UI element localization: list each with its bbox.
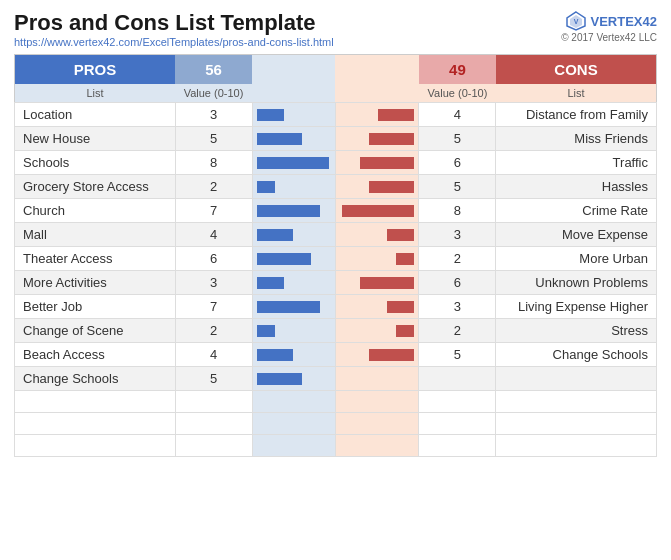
table-row: More Activities 3 6 Unknown Problems — [15, 271, 657, 295]
pros-bar-cell — [252, 343, 335, 367]
cons-item — [496, 367, 657, 391]
cons-value: 5 — [419, 127, 496, 151]
pros-bar — [257, 181, 275, 193]
pros-bar-cell — [252, 367, 335, 391]
pros-bar-cell — [252, 295, 335, 319]
cons-bar-cell — [335, 343, 418, 367]
pros-item: Mall — [15, 223, 176, 247]
table-row: Schools 8 6 Traffic — [15, 151, 657, 175]
pros-value: 3 — [175, 103, 252, 127]
pros-bar-container — [257, 180, 331, 194]
pros-item: Better Job — [15, 295, 176, 319]
pros-bar — [257, 301, 320, 313]
hdr-bar-cons — [335, 84, 418, 103]
header-right: V VERTEX42 © 2017 Vertex42 LLC — [561, 10, 657, 43]
cons-bar — [387, 301, 414, 313]
pros-bar-cell — [252, 223, 335, 247]
cons-bar-container — [340, 372, 414, 386]
cons-item: Hassles — [496, 175, 657, 199]
hdr-bar-pros — [252, 84, 335, 103]
cons-score: 49 — [419, 55, 496, 85]
cons-value: 3 — [419, 223, 496, 247]
pros-bar-container — [257, 156, 331, 170]
header-url: https://www.vertex42.com/ExcelTemplates/… — [14, 36, 334, 48]
cons-value: 2 — [419, 319, 496, 343]
pros-bar-cell — [252, 319, 335, 343]
cons-bar-cell — [335, 319, 418, 343]
cons-bar-container — [340, 300, 414, 314]
cons-value: 4 — [419, 103, 496, 127]
cons-bar-container — [340, 276, 414, 290]
pros-bar-container — [257, 276, 331, 290]
pros-bar-container — [257, 324, 331, 338]
table-row: Change of Scene 2 2 Stress — [15, 319, 657, 343]
pros-value: 4 — [175, 343, 252, 367]
cons-bar-cell — [335, 223, 418, 247]
cons-value: 2 — [419, 247, 496, 271]
table-row: Mall 4 3 Move Expense — [15, 223, 657, 247]
logo-icon: V — [565, 10, 587, 32]
data-rows: Location 3 4 Distance from Family New Ho… — [15, 103, 657, 457]
pros-bar-cell — [252, 127, 335, 151]
pros-value: 8 — [175, 151, 252, 175]
page-title: Pros and Cons List Template — [14, 10, 334, 36]
pros-item: More Activities — [15, 271, 176, 295]
logo: V VERTEX42 — [561, 10, 657, 32]
title-row: PROS 56 49 CONS — [15, 55, 657, 85]
table-row: Theater Access 6 2 More Urban — [15, 247, 657, 271]
cons-bar-cell — [335, 199, 418, 223]
pros-bar-header — [252, 55, 335, 85]
pros-value: 5 — [175, 127, 252, 151]
cons-value: 5 — [419, 175, 496, 199]
pros-bar — [257, 373, 302, 385]
cons-bar — [360, 157, 414, 169]
pros-value: 7 — [175, 295, 252, 319]
pros-bar-container — [257, 348, 331, 362]
pros-bar-container — [257, 228, 331, 242]
pros-bar-cell — [252, 175, 335, 199]
table-row: Better Job 7 3 Living Expense Higher — [15, 295, 657, 319]
table-row: New House 5 5 Miss Friends — [15, 127, 657, 151]
cons-bar-cell — [335, 271, 418, 295]
hdr-pros-val: Value (0-10) — [175, 84, 252, 103]
cons-bar-container — [340, 228, 414, 242]
cons-bar-header — [335, 55, 418, 85]
cons-item: Unknown Problems — [496, 271, 657, 295]
cons-value: 3 — [419, 295, 496, 319]
pros-item: Location — [15, 103, 176, 127]
table-row: Change Schools 5 — [15, 367, 657, 391]
pros-value: 6 — [175, 247, 252, 271]
pros-item: Beach Access — [15, 343, 176, 367]
pros-bar-container — [257, 300, 331, 314]
empty-row — [15, 391, 657, 413]
pros-item: Church — [15, 199, 176, 223]
pros-value: 2 — [175, 319, 252, 343]
cons-item: Traffic — [496, 151, 657, 175]
pros-bar — [257, 229, 293, 241]
cons-bar-cell — [335, 295, 418, 319]
cons-item: Distance from Family — [496, 103, 657, 127]
pros-value: 4 — [175, 223, 252, 247]
cons-item: More Urban — [496, 247, 657, 271]
pros-score: 56 — [175, 55, 252, 85]
pros-bar-cell — [252, 151, 335, 175]
pros-bar — [257, 109, 284, 121]
pros-bar-cell — [252, 271, 335, 295]
pros-cons-table: PROS 56 49 CONS List Value (0-10) Value … — [14, 54, 657, 457]
pros-bar — [257, 205, 320, 217]
cons-bar-container — [340, 348, 414, 362]
cons-bar — [369, 133, 414, 145]
pros-item: Theater Access — [15, 247, 176, 271]
cons-bar-cell — [335, 367, 418, 391]
cons-value: 5 — [419, 343, 496, 367]
cons-bar — [360, 277, 414, 289]
cons-bar-container — [340, 252, 414, 266]
header-left: Pros and Cons List Template https://www.… — [14, 10, 334, 48]
cons-bar — [396, 253, 414, 265]
cons-bar-container — [340, 108, 414, 122]
table-row: Grocery Store Access 2 5 Hassles — [15, 175, 657, 199]
cons-bar-cell — [335, 247, 418, 271]
cons-bar-container — [340, 180, 414, 194]
table-row: Church 7 8 Crime Rate — [15, 199, 657, 223]
cons-item: Change Schools — [496, 343, 657, 367]
